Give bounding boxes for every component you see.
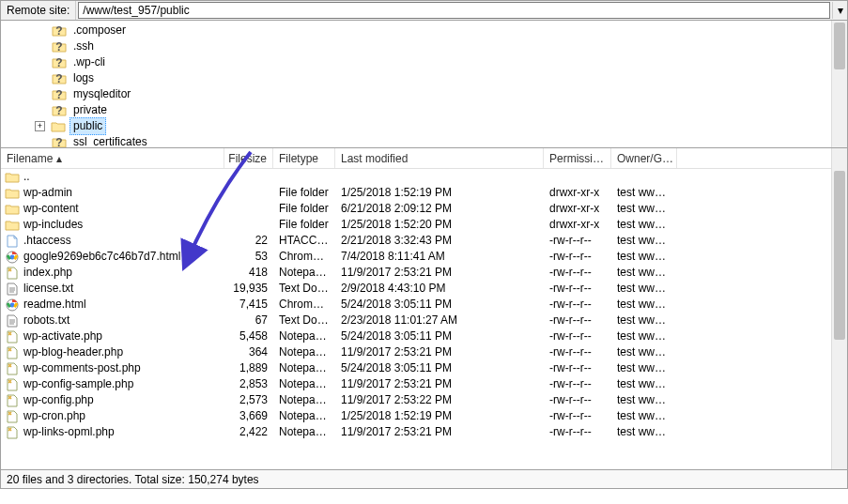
file-perm: -rw-r--r-- (544, 376, 611, 392)
file-type: File folder (273, 217, 335, 233)
file-list-body[interactable]: ..wp-adminFile folder1/25/2018 1:52:19 P… (1, 169, 847, 440)
svg-text:?: ? (55, 72, 62, 84)
header-label-filename: Filename (7, 152, 53, 165)
file-row[interactable]: wp-comments-post.php1,889Notepad…5/24/20… (1, 360, 847, 376)
file-type: Notepad… (273, 408, 335, 424)
tree-item[interactable]: ?.wp-cli (52, 54, 847, 70)
file-perm: -rw-r--r-- (544, 249, 611, 265)
php-icon (5, 330, 20, 344)
tree-item-label: .wp-cli (70, 54, 108, 70)
folder-icon (5, 187, 20, 200)
tree-item[interactable]: ?mysqleditor (52, 86, 847, 102)
file-date: 1/25/2018 1:52:19 PM (335, 408, 544, 424)
file-type: HTACCE… (273, 233, 335, 249)
file-date: 6/21/2018 2:09:12 PM (335, 201, 544, 217)
expand-icon[interactable]: + (35, 121, 45, 131)
remote-path-dropdown-icon[interactable]: ▾ (832, 2, 847, 19)
php-icon (5, 426, 20, 439)
file-row[interactable]: google9269eb6c7c46b7d7.html53Chrome …7/4… (1, 249, 847, 265)
file-row[interactable]: readme.html7,415Chrome …5/24/2018 3:05:1… (1, 297, 847, 313)
file-type: Notepad… (273, 344, 335, 360)
file-row[interactable]: wp-cron.php3,669Notepad…1/25/2018 1:52:1… (1, 408, 847, 424)
text-icon (5, 314, 20, 328)
file-perm: drwxr-xr-x (544, 201, 611, 217)
file-date: 1/25/2018 1:52:19 PM (335, 185, 544, 201)
file-name: wp-config-sample.php (23, 376, 133, 392)
file-owner: test ww… (611, 328, 677, 344)
file-name: wp-cron.php (23, 408, 85, 424)
file-row[interactable]: .. (1, 169, 847, 185)
remote-path-input[interactable] (78, 2, 830, 19)
file-perm: -rw-r--r-- (544, 233, 611, 249)
file-owner: test ww… (611, 249, 677, 265)
file-row[interactable]: wp-contentFile folder6/21/2018 2:09:12 P… (1, 201, 847, 217)
file-size: 364 (224, 344, 273, 360)
file-row[interactable]: .htaccess22HTACCE…2/21/2018 3:32:43 PM-r… (1, 233, 847, 249)
file-row[interactable]: wp-links-opml.php2,422Notepad…11/9/2017 … (1, 424, 847, 440)
svg-text:?: ? (55, 40, 62, 53)
unknown-folder-icon: ? (52, 24, 67, 38)
file-perm: -rw-r--r-- (544, 424, 611, 440)
file-row[interactable]: wp-config.php2,573Notepad…11/9/2017 2:53… (1, 392, 847, 408)
tree-item[interactable]: +public (35, 118, 847, 134)
php-icon (5, 378, 20, 391)
remote-tree[interactable]: ?.composer?.ssh?.wp-cli?logs?mysqleditor… (1, 21, 847, 148)
file-date: 2/9/2018 4:43:10 PM (335, 281, 544, 297)
tree-item-label: logs (70, 70, 97, 86)
file-name: wp-content (23, 201, 79, 217)
file-row[interactable]: license.txt19,935Text Doc…2/9/2018 4:43:… (1, 281, 847, 297)
file-size: 1,889 (224, 360, 273, 376)
file-name: wp-links-opml.php (23, 424, 115, 440)
file-perm: -rw-r--r-- (544, 313, 611, 328)
scrollbar-thumb[interactable] (834, 23, 845, 69)
file-type: Notepad… (273, 376, 335, 392)
column-header-filename[interactable]: Filename ▴ (1, 148, 224, 168)
tree-item[interactable]: ?logs (52, 70, 847, 86)
tree-item[interactable]: ?private (52, 102, 847, 118)
file-owner: test ww… (611, 297, 677, 313)
file-date: 11/9/2017 2:53:21 PM (335, 265, 544, 281)
file-row[interactable]: wp-blog-header.php364Notepad…11/9/2017 2… (1, 344, 847, 360)
file-type: Text Doc… (273, 313, 335, 328)
chrome-icon (5, 251, 20, 264)
svg-text:?: ? (55, 88, 62, 100)
column-header-filesize[interactable]: Filesize (224, 148, 273, 168)
file-size: 53 (224, 249, 273, 265)
remote-file-list-pane: Filename ▴ Filesize Filetype Last modifi… (0, 148, 848, 470)
file-type: File folder (273, 201, 335, 217)
scrollbar-thumb[interactable] (834, 171, 845, 340)
file-size: 22 (224, 233, 273, 249)
file-row[interactable]: robots.txt67Text Doc…2/23/2018 11:01:27 … (1, 313, 847, 328)
file-owner: test ww… (611, 185, 677, 201)
file-row[interactable]: wp-includesFile folder1/25/2018 1:52:20 … (1, 217, 847, 233)
tree-item[interactable]: ?.ssh (52, 38, 847, 54)
column-header-owner[interactable]: Owner/G… (611, 148, 677, 168)
unknown-folder-icon: ? (52, 88, 67, 101)
file-owner: test ww… (611, 360, 677, 376)
file-row[interactable]: wp-config-sample.php2,853Notepad…11/9/20… (1, 376, 847, 392)
file-size: 418 (224, 265, 273, 281)
tree-item[interactable]: ?ssl_certificates (52, 134, 847, 148)
tree-item-label: mysqleditor (70, 86, 133, 102)
file-name: index.php (23, 265, 72, 281)
file-name: robots.txt (23, 313, 69, 328)
file-row[interactable]: index.php418Notepad…11/9/2017 2:53:21 PM… (1, 265, 847, 281)
file-row[interactable]: wp-adminFile folder1/25/2018 1:52:19 PMd… (1, 185, 847, 201)
php-icon (5, 394, 20, 407)
svg-text:?: ? (55, 136, 62, 148)
file-date: 11/9/2017 2:53:21 PM (335, 376, 544, 392)
file-size: 19,935 (224, 281, 273, 297)
tree-item[interactable]: ?.composer (52, 23, 847, 38)
column-header-permissions[interactable]: Permissi… (544, 148, 611, 168)
file-owner: test ww… (611, 217, 677, 233)
tree-scrollbar[interactable] (831, 21, 847, 147)
file-row[interactable]: wp-activate.php5,458Notepad…5/24/2018 3:… (1, 328, 847, 344)
tree-item-label: .ssh (70, 38, 97, 54)
column-header-filetype[interactable]: Filetype (273, 148, 335, 168)
file-list-scrollbar[interactable] (831, 148, 847, 469)
file-name: readme.html (23, 297, 86, 313)
column-header-modified[interactable]: Last modified (335, 148, 544, 168)
file-size: 2,853 (224, 376, 273, 392)
file-name: wp-activate.php (23, 328, 102, 344)
file-type: Text Doc… (273, 281, 335, 297)
